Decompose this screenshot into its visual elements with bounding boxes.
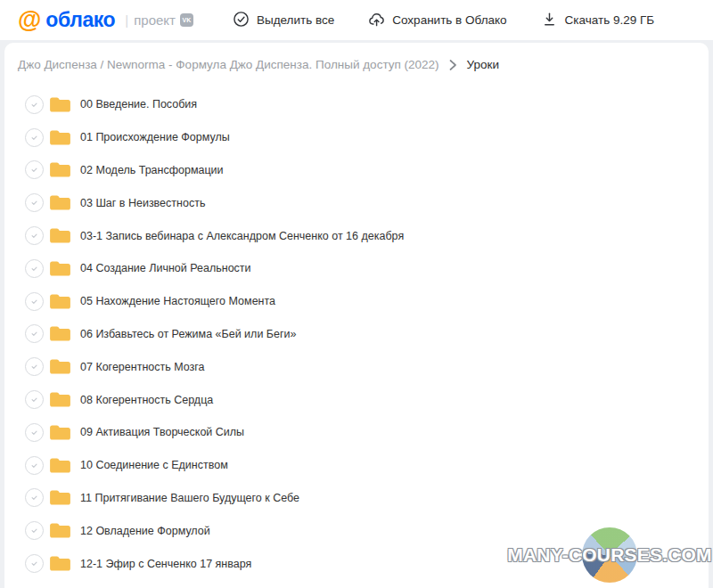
check-icon <box>29 492 40 503</box>
cloud-logo[interactable]: @ облако | проект VK <box>18 8 193 32</box>
header: @ облако | проект VK Выделить все <box>0 0 713 40</box>
file-name[interactable]: 03 Шаг в Неизвестность <box>80 197 205 209</box>
folder-icon <box>49 391 71 408</box>
breadcrumb-path[interactable]: Джо Диспенза / Newnorma - Формула Джо Ди… <box>18 58 439 71</box>
file-name[interactable]: 02 Модель Трансформации <box>80 164 224 176</box>
chevron-right-icon <box>449 60 457 70</box>
file-row[interactable]: 12 Овладение Формулой <box>4 514 709 547</box>
file-name[interactable]: 03-1 Запись вебинара с Александром Сенче… <box>80 230 404 242</box>
file-name[interactable]: 12-1 Эфир с Сенченко 17 января <box>80 558 251 570</box>
row-checkbox[interactable] <box>25 259 44 278</box>
check-icon <box>29 197 40 208</box>
file-row[interactable]: 08 Когерентность Сердца <box>4 383 709 416</box>
folder-icon <box>49 161 71 178</box>
file-name[interactable]: 09 Активация Творческой Силы <box>80 426 244 438</box>
file-name[interactable]: 12 Овладение Формулой <box>80 525 210 537</box>
check-icon <box>29 164 40 176</box>
vk-badge-icon: VK <box>180 13 193 27</box>
file-row[interactable]: 04 Создание Личной Реальности <box>4 252 709 285</box>
file-name[interactable]: 01 Происхождение Формулы <box>80 131 230 143</box>
select-all-button[interactable]: Выделить все <box>233 11 334 30</box>
select-all-label: Выделить все <box>257 13 334 27</box>
row-checkbox[interactable] <box>25 423 44 442</box>
folder-icon <box>49 424 71 441</box>
mailru-at-icon: @ <box>18 8 41 32</box>
file-row[interactable]: 02 Модель Трансформации <box>4 154 709 187</box>
file-name[interactable]: 05 Нахождение Настоящего Момента <box>80 295 275 307</box>
file-name[interactable]: 11 Притягивание Вашего Будущего к Себе <box>80 492 299 504</box>
row-checkbox[interactable] <box>25 128 44 147</box>
check-icon <box>29 394 40 405</box>
folder-icon <box>49 489 71 506</box>
file-row[interactable]: 12-1 Эфир с Сенченко 17 января <box>4 547 709 580</box>
check-icon <box>29 525 40 536</box>
check-icon <box>29 361 40 372</box>
folder-icon <box>49 96 71 113</box>
file-row[interactable]: 09 Активация Творческой Силы <box>4 416 709 449</box>
file-name[interactable]: 00 Введение. Пособия <box>80 98 197 110</box>
file-row[interactable]: 03 Шаг в Неизвестность <box>4 186 709 219</box>
check-icon <box>29 132 40 143</box>
file-row[interactable]: 05 Нахождение Настоящего Момента <box>4 285 709 318</box>
file-name[interactable]: 07 Когерентность Мозга <box>80 361 205 373</box>
file-row[interactable]: 07 Когерентность Мозга <box>4 350 709 383</box>
folder-icon <box>49 260 71 277</box>
row-checkbox[interactable] <box>25 193 44 212</box>
row-checkbox[interactable] <box>25 324 44 343</box>
row-checkbox[interactable] <box>25 390 44 409</box>
file-name[interactable]: 10 Соединение с Единством <box>80 459 228 471</box>
row-checkbox[interactable] <box>25 357 44 376</box>
file-name[interactable]: 04 Создание Личной Реальности <box>80 262 251 274</box>
check-icon <box>29 460 40 471</box>
save-to-cloud-label: Сохранить в Облако <box>392 13 506 27</box>
brand-title: облако <box>45 8 115 32</box>
main-panel: Джо Диспенза / Newnorma - Формула Джо Ди… <box>4 43 709 588</box>
file-name[interactable]: 08 Когерентность Сердца <box>80 394 213 406</box>
file-row[interactable]: 00 Введение. Пособия <box>4 88 709 121</box>
row-checkbox[interactable] <box>25 554 44 573</box>
save-to-cloud-button[interactable]: Сохранить в Облако <box>368 11 506 30</box>
download-label: Скачать 9.29 ГБ <box>565 13 655 27</box>
cloud-upload-icon <box>368 11 385 30</box>
file-name[interactable]: 06 Избавьтесь от Режима «Бей или Беги» <box>80 328 297 340</box>
download-button[interactable]: Скачать 9.29 ГБ <box>541 11 655 30</box>
file-list: 00 Введение. Пособия 01 Происхождение Фо… <box>4 80 709 580</box>
row-checkbox[interactable] <box>25 521 44 540</box>
file-row[interactable]: 10 Соединение с Единством <box>4 449 709 482</box>
file-row[interactable]: 06 Избавьтесь от Режима «Бей или Беги» <box>4 318 709 351</box>
check-icon <box>29 558 40 569</box>
folder-icon <box>49 358 71 375</box>
folder-icon <box>49 457 71 474</box>
folder-icon <box>49 293 71 310</box>
folder-icon <box>49 555 71 572</box>
row-checkbox[interactable] <box>25 488 44 507</box>
project-label: проект <box>134 12 176 28</box>
breadcrumb: Джо Диспенза / Newnorma - Формула Джо Ди… <box>4 43 709 80</box>
check-icon <box>29 427 40 438</box>
row-checkbox[interactable] <box>25 226 44 245</box>
row-checkbox[interactable] <box>25 160 44 179</box>
download-icon <box>541 11 558 30</box>
check-circle-icon <box>233 11 250 30</box>
folder-icon <box>49 194 71 211</box>
check-icon <box>29 263 40 274</box>
check-icon <box>29 99 40 110</box>
row-checkbox[interactable] <box>25 292 44 311</box>
row-checkbox[interactable] <box>25 95 44 114</box>
breadcrumb-current: Уроки <box>467 58 499 71</box>
file-row[interactable]: 01 Происхождение Формулы <box>4 121 709 154</box>
folder-icon <box>49 325 71 342</box>
check-icon <box>29 296 40 307</box>
check-icon <box>29 230 40 241</box>
folder-icon <box>49 227 71 244</box>
toolbar: Выделить все Сохранить в Облако Скач <box>233 11 654 30</box>
logo-divider: | <box>125 12 128 28</box>
file-row[interactable]: 03-1 Запись вебинара с Александром Сенче… <box>4 219 709 252</box>
row-checkbox[interactable] <box>25 456 44 475</box>
folder-icon <box>49 522 71 539</box>
file-row[interactable]: 11 Притягивание Вашего Будущего к Себе <box>4 482 709 515</box>
check-icon <box>29 328 40 339</box>
folder-icon <box>49 129 71 146</box>
